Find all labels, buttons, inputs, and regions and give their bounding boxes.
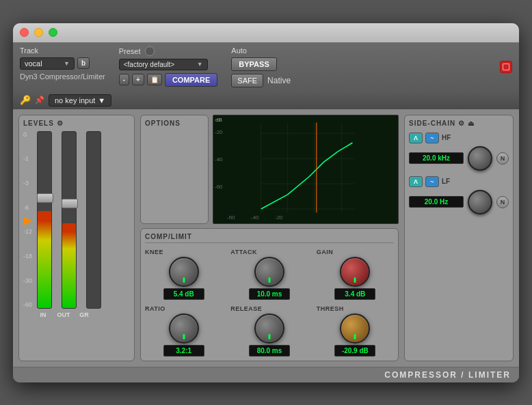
- hf-toggle-a[interactable]: Λ: [409, 132, 423, 143]
- hf-value: 20.0 kHz: [409, 152, 464, 164]
- auto-section: Auto BYPASS SAFE Native: [231, 46, 291, 87]
- knee-value: 5.4 dB: [163, 288, 204, 300]
- top-bar: Track vocal ▼ b Dyn3 Compressor/Limiter …: [13, 42, 519, 92]
- gain-group: GAIN 3.4 dB: [317, 249, 394, 300]
- pin-icon: 📌: [35, 96, 44, 104]
- plugin-window: Track vocal ▼ b Dyn3 Compressor/Limiter …: [13, 23, 519, 382]
- bottom-label: COMPRESSOR / LIMITER: [13, 367, 519, 382]
- red-box-inner: [503, 64, 509, 70]
- key-input-dropdown[interactable]: no key input ▼: [49, 94, 111, 107]
- knee-group: KNEE 5.4 dB: [145, 249, 222, 300]
- levels-title: LEVELS ⚙: [23, 120, 130, 127]
- track-b-button[interactable]: b: [77, 57, 90, 69]
- lf-label: LF: [442, 178, 455, 185]
- preset-plus-button[interactable]: +: [132, 74, 144, 85]
- key-icon: 🔑: [20, 95, 31, 105]
- lf-value-row: 20.0 Hz N: [409, 190, 509, 214]
- in-fader-thumb[interactable]: [37, 193, 53, 203]
- sidechain-icon1[interactable]: ⚙: [458, 120, 465, 127]
- sidechain-panel: SIDE-CHAIN ⚙ ⏏ Λ ~ HF 20.0 kHz N: [404, 115, 514, 361]
- key-input-value: no key input: [55, 96, 95, 104]
- preset-circle-btn[interactable]: [145, 46, 155, 56]
- red-box-button[interactable]: [500, 61, 512, 73]
- release-indicator: [268, 334, 270, 339]
- hf-toggle-row: Λ ~ HF: [409, 132, 509, 143]
- in-meter-fill: [38, 211, 51, 308]
- out-fader-thumb[interactable]: [62, 199, 78, 208]
- lf-toggle-a[interactable]: Λ: [409, 176, 423, 187]
- hf-section: Λ ~ HF 20.0 kHz N: [409, 132, 509, 171]
- gain-knob[interactable]: [340, 257, 370, 287]
- preset-dropdown[interactable]: <factory default> ▼: [119, 59, 208, 70]
- preset-label: Preset: [119, 47, 141, 55]
- ratio-knob[interactable]: [169, 313, 199, 344]
- comp-limit-title: COMP/LIMIT: [145, 233, 394, 243]
- lf-in-button[interactable]: N: [496, 196, 509, 208]
- preset-copy-button[interactable]: 📋: [147, 74, 162, 85]
- graph-container: dB -20 -40 -60 -60 -40 -20: [213, 115, 399, 224]
- out-meter-fill: [62, 223, 76, 308]
- levels-panel: LEVELS ⚙ 0 -1 -3 -6 -12 -18 -30 -60: [18, 115, 135, 361]
- plugin-name-label: Dyn3 Compressor/Limiter: [20, 72, 105, 81]
- ratio-group: RATIO 3.2:1: [145, 305, 222, 357]
- out-fader[interactable]: [58, 131, 80, 309]
- compare-button[interactable]: COMPARE: [165, 73, 217, 87]
- thresh-knob[interactable]: [340, 313, 370, 344]
- hf-in-button[interactable]: N: [496, 152, 509, 165]
- preset-dropdown-arrow: ▼: [197, 61, 203, 68]
- gain-label: GAIN: [317, 249, 334, 255]
- close-button[interactable]: [20, 28, 29, 37]
- ratio-indicator: [183, 334, 185, 339]
- thresh-value: -20.9 dB: [334, 345, 375, 357]
- in-label: IN: [36, 311, 51, 318]
- lf-value: 20.0 Hz: [409, 196, 464, 208]
- bypass-button[interactable]: BYPASS: [231, 57, 276, 71]
- knee-knob[interactable]: [169, 257, 199, 287]
- graph-db-label: dB: [215, 117, 222, 123]
- levels-settings-icon[interactable]: ⚙: [57, 120, 64, 127]
- safe-button[interactable]: SAFE: [231, 74, 263, 87]
- gr-fader: [83, 131, 105, 309]
- middle-panel: OPTIONS dB -20 -40 -60 -60 -40 -20: [140, 115, 399, 361]
- track-dropdown[interactable]: vocal ▼: [20, 57, 75, 70]
- knee-label: KNEE: [145, 249, 163, 255]
- track-label: Track: [20, 46, 105, 55]
- graph-x-60: -60: [227, 214, 235, 221]
- ratio-label: RATIO: [145, 305, 165, 312]
- graph-svg: [213, 115, 398, 223]
- sidechain-icon2[interactable]: ⏏: [468, 120, 475, 127]
- preset-section: Preset <factory default> ▼ - + 📋 COMPARE: [119, 46, 218, 87]
- gain-indicator: [354, 277, 356, 283]
- maximize-button[interactable]: [49, 28, 57, 37]
- preset-minus-button[interactable]: -: [119, 74, 129, 85]
- thresh-group: THRESH -20.9 dB: [317, 305, 394, 357]
- minimize-button[interactable]: [34, 28, 43, 37]
- options-panel: OPTIONS: [140, 115, 209, 224]
- knee-indicator: [183, 277, 185, 283]
- attack-label: ATTACK: [230, 249, 257, 255]
- in-fader[interactable]: [34, 131, 55, 309]
- lf-toggle-row: Λ ~ LF: [409, 176, 509, 187]
- hf-knob[interactable]: [468, 146, 492, 171]
- gr-label: GR: [77, 311, 92, 318]
- release-label: RELEASE: [230, 305, 262, 312]
- lf-toggle-b[interactable]: ~: [425, 176, 439, 187]
- release-group: RELEASE 80.0 ms: [230, 305, 308, 357]
- lf-knob[interactable]: [468, 190, 492, 214]
- attack-indicator: [268, 277, 270, 283]
- attack-knob[interactable]: [254, 257, 284, 287]
- graph-y-20: -20: [215, 129, 223, 135]
- track-dropdown-arrow: ▼: [64, 60, 70, 67]
- hf-toggle-b[interactable]: ~: [425, 132, 439, 143]
- sidechain-title: SIDE-CHAIN ⚙ ⏏: [409, 120, 509, 127]
- knob-grid: KNEE 5.4 dB ATTACK 10.0 ms: [145, 249, 394, 357]
- attack-value: 10.0 ms: [249, 288, 290, 300]
- play-indicator[interactable]: ▶: [24, 213, 32, 226]
- out-label: OUT: [56, 311, 71, 318]
- release-value: 80.0 ms: [249, 345, 290, 357]
- title-bar: [13, 23, 519, 42]
- release-knob[interactable]: [254, 313, 284, 344]
- graph-x-40: -40: [251, 214, 259, 221]
- graph-x-20: -20: [275, 214, 283, 221]
- auto-label: Auto: [231, 46, 291, 55]
